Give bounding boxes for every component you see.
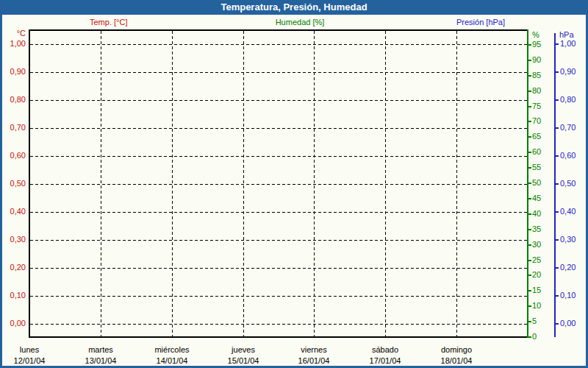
h-gridline [30, 184, 527, 185]
percent-tick [528, 244, 531, 246]
h-gridline [30, 100, 527, 101]
percent-tick-label: 85 [532, 71, 541, 80]
percent-tick-label: 5 [532, 316, 537, 326]
percent-tick-label: 25 [532, 255, 541, 265]
hpa-tick [554, 239, 559, 241]
percent-tick [528, 213, 531, 215]
h-gridline [30, 44, 527, 45]
plot-border-top [29, 29, 528, 31]
percent-tick [528, 198, 531, 199]
x-axis-weekday-label: jueves [232, 345, 255, 355]
x-axis-weekday-label: sábado [372, 345, 398, 355]
percent-tick-label: 30 [532, 240, 541, 250]
hpa-tick-label: 0,90 [560, 67, 576, 77]
hpa-axis-header: hPa [559, 30, 574, 39]
hpa-tick-label: 0,10 [560, 291, 576, 300]
hpa-tick [554, 323, 559, 325]
percent-tick-label: 70 [532, 116, 541, 126]
celsius-axis-header: °C [0, 29, 26, 38]
hpa-tick-label: 0,60 [560, 151, 576, 160]
percent-tick-label: 80 [532, 86, 541, 96]
v-gridline [385, 31, 386, 336]
hpa-tick [554, 155, 559, 157]
hpa-tick [554, 43, 559, 45]
plot-border-bottom [29, 336, 528, 338]
hpa-tick [554, 295, 559, 297]
percent-tick [528, 229, 531, 230]
percent-tick-label: 45 [532, 194, 541, 203]
hpa-tick-label: 0,80 [560, 95, 576, 105]
hpa-tick-label: 0,40 [560, 207, 576, 216]
h-gridline [30, 324, 527, 325]
percent-tick-label: 20 [532, 270, 541, 280]
percent-tick [528, 290, 531, 291]
hpa-tick [554, 267, 559, 269]
percent-tick [528, 44, 531, 46]
hpa-tick [554, 71, 559, 73]
hpa-tick-label: 0,20 [560, 263, 576, 272]
percent-tick [528, 336, 531, 338]
hpa-tick-label: 0,00 [560, 319, 576, 328]
window-title-bar: Temperatura, Presión, Humedad [0, 0, 588, 15]
x-axis-weekday-label: domingo [441, 345, 472, 355]
hpa-tick [554, 127, 559, 129]
celsius-tick-label: 0,40 [0, 207, 26, 216]
hpa-tick [554, 211, 559, 213]
percent-tick-label: 60 [532, 147, 541, 157]
window-title: Temperatura, Presión, Humedad [220, 1, 367, 13]
x-axis-date-label: 12/01/04 [14, 356, 46, 366]
app-window: Temperatura, Presión, Humedad Temp. [°C]… [0, 0, 588, 368]
percent-tick [528, 136, 531, 138]
hpa-tick-label: 0,50 [560, 179, 576, 188]
percent-axis-header: % [532, 30, 539, 39]
celsius-tick-label: 0,60 [0, 151, 26, 160]
x-axis-weekday-label: miércoles [154, 345, 189, 355]
x-axis-weekday-label: viernes [301, 345, 326, 355]
x-axis-date-label: 14/01/04 [157, 356, 188, 366]
percent-tick [528, 121, 531, 122]
percent-tick-label: 40 [532, 209, 541, 219]
hpa-tick-label: 1,00 [560, 39, 576, 49]
legend-temp-label: Temp. [°C] [90, 18, 127, 28]
percent-tick [528, 60, 531, 61]
h-gridline [30, 156, 527, 157]
percent-tick-label: 65 [532, 132, 541, 141]
hpa-tick-label: 0,30 [560, 235, 576, 244]
h-gridline [30, 268, 527, 269]
percent-tick [528, 167, 531, 169]
v-gridline [172, 31, 173, 336]
percent-tick-label: 0 [532, 332, 537, 342]
hpa-tick [554, 183, 559, 185]
x-axis-date-label: 18/01/04 [441, 356, 473, 366]
percent-tick [528, 91, 531, 92]
x-axis-date-label: 13/01/04 [85, 356, 117, 366]
celsius-tick-label: 0,80 [0, 95, 26, 105]
percent-tick-label: 55 [532, 163, 541, 172]
legend-pressure-label: Presión [hPa] [456, 18, 505, 28]
percent-tick [528, 152, 531, 153]
h-gridline [30, 128, 527, 129]
percent-tick [528, 106, 531, 107]
v-gridline [314, 31, 315, 336]
h-gridline [30, 212, 527, 213]
x-axis-weekday-label: martes [88, 345, 113, 355]
celsius-tick-label: 0,90 [0, 67, 26, 77]
x-axis-weekday-label: lunes [20, 345, 39, 355]
v-gridline [243, 31, 244, 336]
percent-tick [528, 260, 531, 261]
x-axis-date-label: 15/01/04 [228, 356, 259, 366]
percent-tick-label: 10 [532, 301, 541, 311]
hpa-axis-line [554, 33, 556, 337]
percent-tick [528, 305, 531, 307]
x-axis-date-label: 17/01/04 [370, 356, 401, 366]
percent-tick-label: 35 [532, 224, 541, 234]
x-axis-date-label: 16/01/04 [298, 356, 330, 366]
celsius-tick-label: 0,30 [0, 235, 26, 244]
legend-humidity-label: Humedad [%] [276, 18, 325, 28]
v-gridline [101, 31, 101, 336]
celsius-tick-label: 1,00 [0, 39, 26, 49]
celsius-tick-label: 0,70 [0, 123, 26, 132]
celsius-tick-label: 0,10 [0, 291, 26, 300]
percent-tick [528, 183, 531, 184]
celsius-tick-label: 0,50 [0, 179, 26, 188]
